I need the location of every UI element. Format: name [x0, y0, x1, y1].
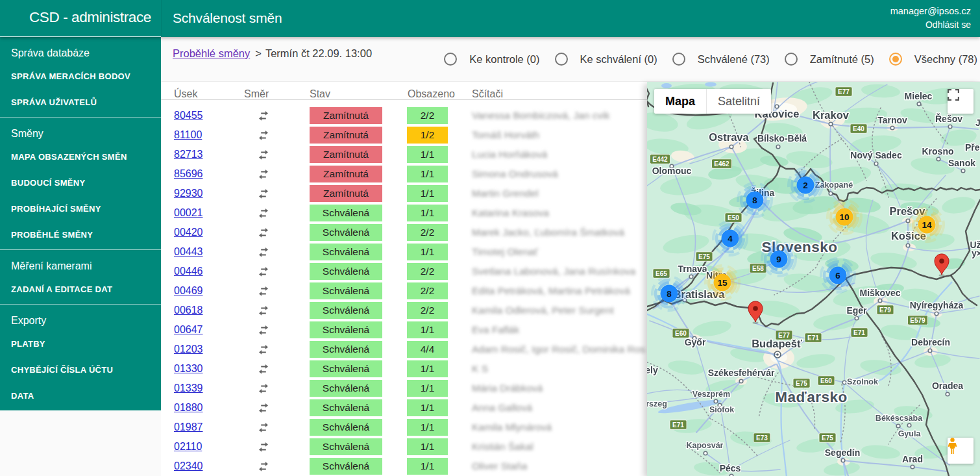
sidebar-item-prob-hl-sm-ny[interactable]: PROBĚHLÉ SMĚNY — [0, 222, 161, 248]
sidebar-item-prob-haj-c-sm-ny[interactable]: PROBÍHAJÍCÍ SMĚNY — [0, 196, 161, 222]
smer-cell — [257, 440, 270, 453]
status-badge: Schválená — [310, 263, 382, 280]
occupancy-badge: 1/1 — [407, 399, 448, 416]
usek-link[interactable]: 80455 — [174, 110, 203, 121]
counters-names: Katarina Krasova — [472, 203, 549, 223]
city-dot — [829, 192, 833, 195]
city-label: Debrecín — [911, 337, 950, 347]
usek-cell: 00420 — [174, 223, 203, 242]
radio-selected-icon[interactable] — [889, 53, 902, 66]
usek-link[interactable]: 82713 — [174, 149, 203, 160]
sidebar-item-spr-va-merac-ch-bodov[interactable]: SPRÁVA MERACÍCH BODOV — [0, 64, 161, 90]
map-container[interactable]: E77E40E442E462E50E75E58E65E60E79E579E77E… — [647, 82, 980, 476]
sidebar-item-platby[interactable]: PLATBY — [0, 331, 161, 357]
sidebar-item-chyb-j-c-sla-tu[interactable]: CHYBĚJÍCÍ ČÍSLA ÚČTU — [0, 357, 161, 383]
usek-cell: 80455 — [174, 106, 203, 125]
city-dot — [841, 458, 845, 462]
usek-link[interactable]: 92930 — [174, 188, 203, 199]
radio-option-3[interactable]: Schválené (73) — [672, 53, 770, 66]
satellite-button[interactable]: Satelitní — [707, 89, 771, 114]
map-road-shield: E71 — [670, 420, 687, 430]
swap-direction-icon — [257, 187, 270, 200]
map-city: Siófok — [709, 403, 734, 414]
usek-link[interactable]: 85696 — [174, 168, 203, 179]
map-road-shield: E73 — [753, 433, 770, 443]
map-button[interactable]: Mapa — [654, 89, 706, 114]
radio-option-4[interactable]: Zamítnuté (5) — [785, 53, 874, 66]
usek-link[interactable]: 00618 — [174, 305, 203, 316]
sidebar-item-mapa-obsazen-ch-sm-n[interactable]: MAPA OBSAZENÝCH SMĚN — [0, 144, 161, 170]
map-road-shield: E79 — [877, 305, 894, 315]
city-dot — [935, 312, 938, 316]
logout-link[interactable]: Odhlásit se — [890, 18, 971, 32]
occupancy-badge: 2/2 — [407, 263, 448, 280]
sidebar-item-spr-va-u-ivatel-[interactable]: SPRÁVA UŽIVATELŮ — [0, 90, 161, 116]
fullscreen-button[interactable] — [948, 89, 974, 114]
city-label: Kaposvár — [687, 441, 724, 450]
counters-names: Eva Faflák — [472, 320, 519, 340]
usek-link[interactable]: 01330 — [174, 363, 203, 374]
breadcrumb-link[interactable]: Proběhlé směny — [173, 47, 250, 59]
usek-link[interactable]: 02110 — [174, 441, 202, 452]
counters-names: K S — [472, 359, 488, 379]
status-badge: Schválená — [310, 458, 382, 475]
counters-names: Tomáš Horváth — [472, 125, 539, 145]
usek-link[interactable]: 00420 — [174, 227, 203, 238]
map-road-shield: E77 — [835, 87, 852, 97]
map-road-shield: E40 — [850, 124, 867, 134]
city-label: Olomouc — [652, 166, 692, 176]
usek-link[interactable]: 00443 — [174, 246, 203, 257]
city-label: Győr — [685, 337, 706, 347]
city-dot — [714, 399, 718, 403]
usek-link[interactable]: 01203 — [174, 344, 203, 355]
toolbar-row: Proběhlé směny>Termín čt 22.09. 13:00 Ke… — [161, 37, 980, 81]
map-road-shield: E75 — [696, 252, 713, 262]
radio-option-5[interactable]: Všechny (78) — [889, 53, 977, 66]
city-dot — [855, 316, 859, 320]
sidebar-item-data[interactable]: DATA — [0, 383, 161, 409]
usek-link[interactable]: 00021 — [174, 207, 203, 218]
usek-link[interactable]: 02340 — [174, 460, 203, 471]
usek-link[interactable]: 00647 — [174, 324, 203, 335]
counters-names: Vanessa Bombiczová, Jan cvik — [472, 106, 610, 125]
city-dot — [896, 424, 900, 428]
shield-code: E60 — [820, 377, 832, 384]
shield-code: E40 — [853, 125, 864, 132]
radio-option-2[interactable]: Ke schválení (0) — [555, 53, 657, 66]
usek-link[interactable]: 81100 — [174, 129, 202, 140]
smer-cell — [257, 265, 270, 278]
occupancy-badge: 1/1 — [407, 458, 448, 475]
shield-code: E75 — [796, 380, 807, 387]
usek-cell: 00469 — [174, 281, 203, 301]
sidebar-item-budouc-sm-ny[interactable]: BUDOUCÍ SMĚNY — [0, 170, 161, 196]
usek-link[interactable]: 01339 — [174, 382, 203, 394]
radio-icon[interactable] — [444, 53, 457, 66]
occupancy-badge: 4/4 — [407, 341, 448, 358]
usek-link[interactable]: 00469 — [174, 285, 203, 296]
usek-link[interactable]: 00446 — [174, 266, 203, 277]
city-label: Řešov — [935, 113, 962, 124]
radio-icon[interactable] — [672, 53, 685, 66]
city-dot — [829, 122, 833, 126]
usek-link[interactable]: 01987 — [174, 421, 203, 432]
capital-dot-core — [776, 353, 779, 356]
city-dot — [729, 145, 733, 149]
sidebar-item-zadan-a-editace-dat[interactable]: ZADANÍ A EDITACE DAT — [0, 277, 161, 303]
radio-option-1[interactable]: Ke kontrole (0) — [444, 53, 539, 66]
radio-icon[interactable] — [555, 53, 568, 66]
cluster-count: 8 — [667, 289, 672, 299]
pegman-button[interactable] — [948, 438, 974, 464]
usek-cell: 00443 — [174, 242, 203, 262]
city-label: Arad — [902, 454, 923, 464]
usek-link[interactable]: 01880 — [174, 402, 203, 413]
main-content: Proběhlé směny>Termín čt 22.09. 13:00 Ke… — [161, 37, 980, 476]
col-header-obsazeno: Obsazeno — [408, 89, 455, 99]
radio-icon[interactable] — [785, 53, 798, 66]
map-city: Szolnok — [842, 377, 878, 386]
status-badge: Schválená — [310, 419, 382, 436]
map-type-control: Mapa Satelitní — [654, 89, 771, 114]
status-badge: Schválená — [310, 282, 382, 299]
swap-direction-icon — [257, 148, 270, 161]
usek-cell: 02340 — [174, 457, 203, 476]
swap-direction-icon — [257, 207, 270, 219]
